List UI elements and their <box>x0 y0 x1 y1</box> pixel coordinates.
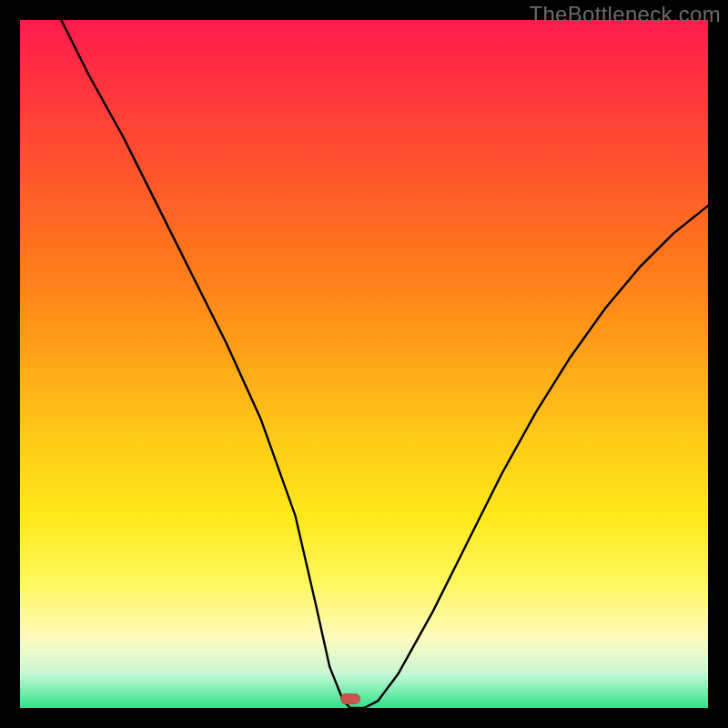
watermark-text: TheBottleneck.com <box>529 2 721 27</box>
bottleneck-curve <box>20 20 708 708</box>
plot-area <box>20 20 708 708</box>
curve-path <box>61 20 708 708</box>
optimum-marker <box>340 693 360 704</box>
chart-frame: TheBottleneck.com <box>0 0 728 728</box>
